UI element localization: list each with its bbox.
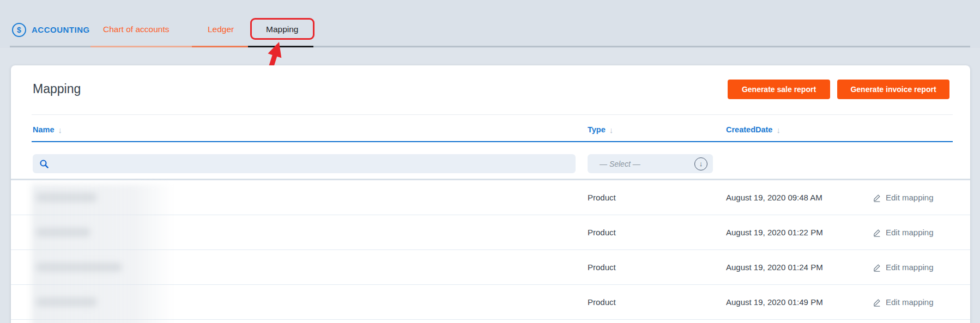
search-icon bbox=[39, 159, 49, 169]
search-input[interactable] bbox=[54, 160, 569, 168]
tab-mapping[interactable]: Mapping bbox=[266, 25, 298, 34]
table-row: Product August 19, 2020 01:22 PM Edit ma… bbox=[11, 215, 970, 250]
sort-down-icon: ↓ bbox=[776, 125, 781, 135]
tab-chart-of-accounts[interactable]: Chart of accounts bbox=[103, 25, 169, 34]
name-cell-redacted bbox=[36, 180, 97, 215]
underline-mapping-active bbox=[248, 46, 313, 47]
redacted-name-blur bbox=[36, 263, 122, 272]
pencil-icon bbox=[873, 263, 881, 272]
nav-underline bbox=[10, 46, 970, 47]
created-date-cell: August 19, 2020 01:22 PM bbox=[726, 215, 823, 249]
underline-chart-of-accounts bbox=[90, 46, 192, 47]
type-cell: Product bbox=[588, 180, 616, 215]
table-row: Product August 19, 2020 01:49 PM Edit ma… bbox=[11, 285, 970, 320]
name-search-box[interactable] bbox=[33, 154, 576, 173]
edit-mapping-label: Edit mapping bbox=[886, 193, 934, 202]
edit-mapping-label: Edit mapping bbox=[886, 263, 934, 272]
app-brand: ACCOUNTING bbox=[32, 25, 90, 34]
redacted-name-blur bbox=[36, 228, 90, 237]
created-date-cell: August 19, 2020 01:49 PM bbox=[726, 285, 823, 319]
name-cell-redacted bbox=[36, 250, 122, 284]
dollar-icon: $ bbox=[17, 26, 21, 34]
tab-ledger[interactable]: Ledger bbox=[208, 25, 234, 34]
column-header-type[interactable]: Type ↓ bbox=[588, 124, 613, 136]
mapping-panel: Mapping Generate sale report Generate in… bbox=[11, 65, 970, 323]
column-label: Type bbox=[588, 125, 606, 134]
sort-down-icon: ↓ bbox=[609, 125, 614, 135]
edit-mapping-link[interactable]: Edit mapping bbox=[873, 215, 934, 249]
type-cell: Product bbox=[588, 215, 616, 249]
edit-mapping-link[interactable]: Edit mapping bbox=[873, 180, 934, 215]
accounting-logo[interactable]: $ bbox=[12, 23, 26, 37]
redacted-name-blur bbox=[36, 297, 97, 307]
column-label: Name bbox=[33, 125, 55, 134]
header-divider bbox=[32, 114, 953, 115]
arrow-down-glyph: ↓ bbox=[699, 160, 703, 168]
edit-mapping-label: Edit mapping bbox=[886, 228, 934, 237]
name-cell-redacted bbox=[36, 285, 97, 319]
top-nav: $ ACCOUNTING Chart of accounts Ledger Ma… bbox=[0, 0, 980, 48]
edit-mapping-label: Edit mapping bbox=[886, 297, 934, 307]
generate-sale-report-button[interactable]: Generate sale report bbox=[728, 80, 830, 99]
table-header-border bbox=[32, 141, 953, 142]
pencil-icon bbox=[873, 193, 881, 202]
underline-ledger bbox=[192, 46, 248, 47]
circle-arrow-down-icon[interactable]: ↓ bbox=[694, 157, 707, 170]
sort-down-icon: ↓ bbox=[58, 125, 63, 135]
select-placeholder: — Select — bbox=[600, 160, 694, 168]
redacted-name-blur bbox=[36, 193, 97, 202]
type-cell: Product bbox=[588, 285, 616, 319]
table-row: Product August 19, 2020 09:48 AM Edit ma… bbox=[11, 180, 970, 215]
edit-mapping-link[interactable]: Edit mapping bbox=[873, 250, 934, 284]
generate-invoice-report-button[interactable]: Generate invoice report bbox=[837, 80, 949, 99]
type-filter-select[interactable]: — Select — ↓ bbox=[588, 154, 713, 173]
type-cell: Product bbox=[588, 250, 616, 284]
pencil-icon bbox=[873, 298, 881, 307]
pencil-icon bbox=[873, 228, 881, 237]
column-label: CreatedDate bbox=[726, 125, 772, 134]
column-header-name[interactable]: Name ↓ bbox=[33, 124, 62, 136]
column-header-createddate[interactable]: CreatedDate ↓ bbox=[726, 124, 781, 136]
page-title: Mapping bbox=[33, 82, 81, 96]
created-date-cell: August 19, 2020 09:48 AM bbox=[726, 180, 822, 215]
name-cell-redacted bbox=[36, 215, 90, 249]
edit-mapping-link[interactable]: Edit mapping bbox=[873, 285, 934, 319]
table-row: Product August 19, 2020 01:24 PM Edit ma… bbox=[11, 250, 970, 285]
created-date-cell: August 19, 2020 01:24 PM bbox=[726, 250, 823, 284]
